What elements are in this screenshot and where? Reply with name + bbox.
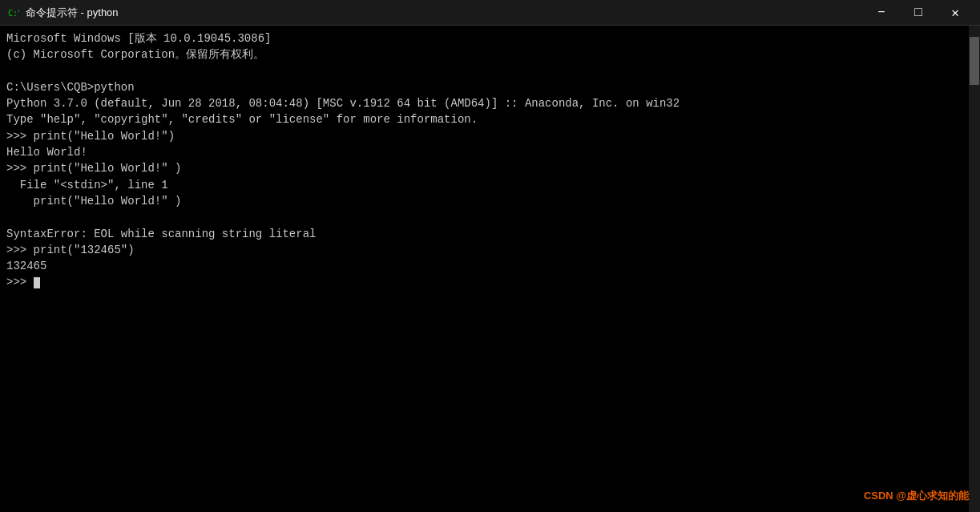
terminal-line-13: SyntaxError: EOL while scanning string l… <box>6 226 974 242</box>
terminal-line-9: >>> print("Hello World!" ) <box>6 160 974 176</box>
terminal-line-6: Type "help", "copyright", "credits" or "… <box>6 111 974 127</box>
terminal-line-8: Hello World! <box>6 144 974 160</box>
title-bar-left: C:\ 命令提示符 - python <box>6 6 119 20</box>
terminal-line-11: print("Hello World!" ) <box>6 193 974 209</box>
svg-text:C:\: C:\ <box>8 9 19 18</box>
window-title: 命令提示符 - python <box>26 6 119 20</box>
terminal-area[interactable]: Microsoft Windows [版本 10.0.19045.3086] (… <box>0 26 980 512</box>
scrollbar-thumb[interactable] <box>970 37 979 85</box>
terminal-line-14: >>> print("132465") <box>6 242 974 258</box>
close-button[interactable]: ✕ <box>937 0 974 26</box>
title-bar: C:\ 命令提示符 - python − □ ✕ <box>0 0 980 26</box>
watermark: CSDN @虚心求知的能 <box>864 489 969 504</box>
terminal-line-7: >>> print("Hello World!") <box>6 128 974 144</box>
cursor-blink <box>34 277 40 288</box>
terminal-line-2: (c) Microsoft Corporation。保留所有权利。 <box>6 46 974 62</box>
terminal-line-5: Python 3.7.0 (default, Jun 28 2018, 08:0… <box>6 95 974 111</box>
terminal-line-15: 132465 <box>6 258 974 274</box>
terminal-line-1: Microsoft Windows [版本 10.0.19045.3086] <box>6 30 974 46</box>
maximize-button[interactable]: □ <box>900 0 937 26</box>
window-controls[interactable]: − □ ✕ <box>863 0 974 26</box>
terminal-line-16: >>> <box>6 274 974 290</box>
cmd-icon: C:\ <box>6 6 19 19</box>
scrollbar[interactable] <box>969 26 980 512</box>
minimize-button[interactable]: − <box>863 0 900 26</box>
terminal-line-3 <box>6 63 974 79</box>
terminal-line-4: C:\Users\CQB>python <box>6 79 974 95</box>
terminal-line-10: File "<stdin>", line 1 <box>6 177 974 193</box>
terminal-line-12 <box>6 209 974 225</box>
